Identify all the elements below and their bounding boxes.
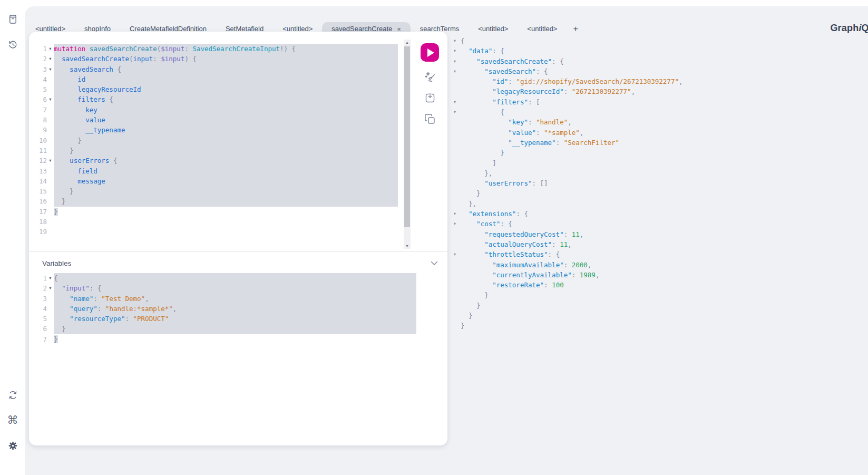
fold-marker-icon[interactable]: ▾ xyxy=(47,156,54,166)
fold-marker-icon xyxy=(451,239,459,249)
code-line: "query": "handle:*sample*", xyxy=(54,304,416,314)
fold-marker-icon[interactable]: ▾ xyxy=(451,56,459,66)
fold-marker-icon xyxy=(47,294,54,304)
query-line-row: 6▾ filters { xyxy=(34,94,398,104)
chevron-down-icon[interactable] xyxy=(431,261,438,266)
code-line: }, xyxy=(459,199,476,209)
tab-untitled[interactable]: <untitled> xyxy=(518,22,567,36)
line-number: 11 xyxy=(34,146,47,156)
execute-button[interactable] xyxy=(421,43,439,62)
response-line-row: ▾ "data": { xyxy=(448,46,864,56)
variables-header[interactable]: Variables xyxy=(42,257,438,269)
query-line-row: 13 field xyxy=(34,166,398,176)
fold-marker-icon xyxy=(451,270,459,280)
variables-editor[interactable]: 1▾{2▾ "input": {3 "name": "Test Demo",4 … xyxy=(34,273,416,344)
query-line-row: 3▾ savedSearch { xyxy=(34,64,398,74)
code-line: { xyxy=(459,107,504,117)
fold-marker-icon xyxy=(47,314,54,324)
fold-marker-icon xyxy=(47,125,54,135)
fold-marker-icon[interactable]: ▾ xyxy=(47,273,54,283)
fold-marker-icon xyxy=(451,188,459,198)
fold-marker-icon[interactable]: ▾ xyxy=(47,64,54,74)
fold-marker-icon xyxy=(451,168,459,178)
line-number: 1 xyxy=(34,273,47,283)
line-number: 5 xyxy=(34,84,47,94)
query-line-row: 15 } xyxy=(34,186,398,196)
query-line-row: 2▾ savedSearchCreate(input: $input) { xyxy=(34,54,398,64)
scroll-down-icon[interactable]: ▼ xyxy=(404,244,411,248)
section-divider xyxy=(29,251,447,252)
tab-untitled[interactable]: <untitled> xyxy=(469,22,518,36)
code-line: "key": "handle", xyxy=(459,117,572,127)
fold-marker-icon xyxy=(47,334,54,344)
query-line-row: 8 value xyxy=(34,115,398,125)
line-number: 3 xyxy=(34,64,47,74)
response-line-row: "actualQueryCost": 11, xyxy=(448,239,864,249)
history-icon[interactable] xyxy=(6,37,19,51)
fold-marker-icon[interactable]: ▾ xyxy=(47,44,54,54)
line-number: 16 xyxy=(34,196,47,206)
code-line: filters { xyxy=(54,94,398,104)
query-line-row: 7 key xyxy=(34,105,398,115)
line-number: 12 xyxy=(34,156,47,166)
response-line-row: "__typename": "SearchFilter" xyxy=(448,138,864,148)
query-line-row: 1▾mutation savedSearchCreate($input: Sav… xyxy=(34,44,398,54)
prettify-icon[interactable] xyxy=(423,70,437,84)
fold-marker-icon xyxy=(47,115,54,125)
line-number: 15 xyxy=(34,186,47,196)
copy-query-icon[interactable] xyxy=(423,112,437,126)
query-line-row: 18 xyxy=(34,217,398,227)
logo-text: Graph xyxy=(830,23,859,33)
editor-scrollbar[interactable]: ▲ ▼ xyxy=(404,40,411,249)
fold-marker-icon[interactable]: ▾ xyxy=(451,209,459,219)
code-line: } xyxy=(54,135,398,146)
scroll-up-icon[interactable]: ▲ xyxy=(404,41,411,44)
code-line: "resourceType": "PRODUCT" xyxy=(54,314,416,324)
fold-marker-icon[interactable]: ▾ xyxy=(451,66,459,76)
line-number: 10 xyxy=(34,135,47,146)
fold-marker-icon[interactable]: ▾ xyxy=(451,36,459,46)
fold-marker-icon xyxy=(47,105,54,115)
query-line-row: 9 __typename xyxy=(34,125,398,135)
fold-marker-icon xyxy=(451,178,459,188)
response-line-row: ▾ "savedSearch": { xyxy=(448,66,864,76)
fold-marker-icon[interactable]: ▾ xyxy=(451,107,459,117)
query-editor[interactable]: 1▾mutation savedSearchCreate($input: Sav… xyxy=(34,44,398,237)
variables-line-row: 5 "resourceType": "PRODUCT" xyxy=(34,314,416,324)
fold-marker-icon[interactable]: ▾ xyxy=(47,283,54,293)
workspace: <untitled>shopInfoCreateMetafieldDefinit… xyxy=(25,6,868,475)
fold-marker-icon xyxy=(451,199,459,209)
fold-marker-icon xyxy=(451,76,459,86)
refetch-schema-icon[interactable] xyxy=(6,388,19,402)
response-line-row: "restoreRate": 100 xyxy=(448,280,864,290)
line-number: 3 xyxy=(34,294,47,304)
line-number: 7 xyxy=(34,105,47,115)
query-line-row: 16 } xyxy=(34,196,398,206)
docs-icon[interactable] xyxy=(6,12,19,26)
settings-icon[interactable] xyxy=(6,439,19,452)
fold-marker-icon xyxy=(451,86,459,96)
fold-marker-icon[interactable]: ▾ xyxy=(47,94,54,104)
fold-marker-icon[interactable]: ▾ xyxy=(451,97,459,107)
add-tab-button[interactable]: + xyxy=(567,24,584,34)
code-line: savedSearch { xyxy=(54,64,398,74)
line-number: 17 xyxy=(34,207,47,217)
query-line-row: 14 message xyxy=(34,176,398,186)
code-line: } xyxy=(459,188,481,198)
fold-marker-icon[interactable]: ▾ xyxy=(47,54,54,64)
line-number: 14 xyxy=(34,176,47,186)
fold-marker-icon[interactable]: ▾ xyxy=(451,46,459,56)
code-line: "filters": [ xyxy=(459,97,540,107)
shortcut-keys-icon[interactable]: ⌘ xyxy=(6,413,19,427)
fold-marker-icon[interactable]: ▾ xyxy=(451,219,459,229)
code-line: legacyResourceId xyxy=(54,84,398,94)
response-line-row: } xyxy=(448,300,864,311)
merge-fragments-icon[interactable] xyxy=(423,91,437,105)
fold-marker-icon xyxy=(47,304,54,314)
fold-marker-icon xyxy=(451,300,459,311)
scrollbar-thumb[interactable] xyxy=(404,46,410,227)
code-line: message xyxy=(54,176,398,186)
fold-marker-icon xyxy=(451,117,459,127)
fold-marker-icon[interactable]: ▾ xyxy=(451,249,459,259)
code-line: } xyxy=(459,290,489,300)
